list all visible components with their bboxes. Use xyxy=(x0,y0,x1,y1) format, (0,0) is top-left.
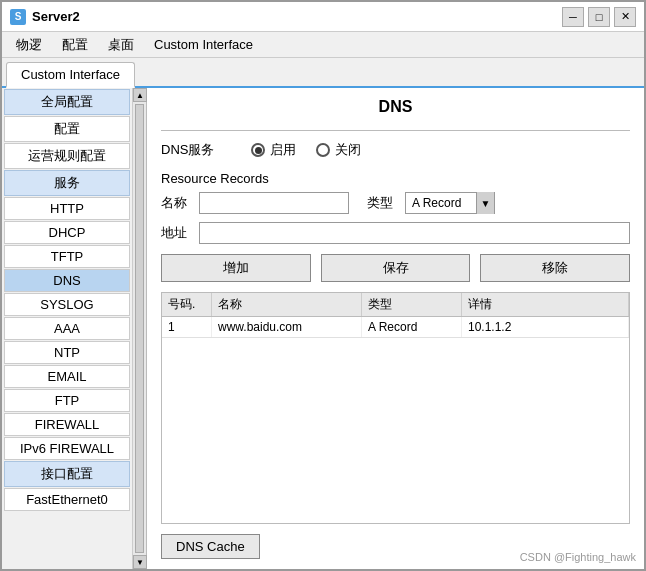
close-button[interactable]: ✕ xyxy=(614,7,636,27)
sidebar-item-peizhi[interactable]: 配置 xyxy=(4,116,130,142)
sidebar-item-dhcp[interactable]: DHCP xyxy=(4,221,130,244)
dns-cache-button[interactable]: DNS Cache xyxy=(161,534,260,559)
col-header-name: 名称 xyxy=(212,293,362,316)
title-bar-controls: ─ □ ✕ xyxy=(562,7,636,27)
sidebar-item-ntp[interactable]: NTP xyxy=(4,341,130,364)
sidebar-wrapper: 全局配置 配置 运营规则配置 服务 HTTP DHCP TFTP DNS SYS… xyxy=(2,88,147,569)
resource-records-label: Resource Records xyxy=(161,171,630,186)
col-header-type: 类型 xyxy=(362,293,462,316)
sidebar-scrollbar[interactable]: ▲ ▼ xyxy=(132,88,146,569)
sidebar-item-firewall[interactable]: FIREWALL xyxy=(4,413,130,436)
radio-enable[interactable]: 启用 xyxy=(251,141,296,159)
app-icon: S xyxy=(10,9,26,25)
sidebar-item-ftp[interactable]: FTP xyxy=(4,389,130,412)
scroll-down-btn[interactable]: ▼ xyxy=(133,555,147,569)
dns-service-label: DNS服务 xyxy=(161,141,231,159)
menu-item-custom-interface[interactable]: Custom Interface xyxy=(144,35,263,54)
menu-item-wuluo[interactable]: 物逻 xyxy=(6,34,52,56)
dns-radio-group: 启用 关闭 xyxy=(251,141,361,159)
cell-no: 1 xyxy=(162,317,212,337)
name-type-row: 名称 类型 A Record ▼ xyxy=(161,192,630,214)
sidebar-category-service: 服务 xyxy=(4,170,130,196)
name-input[interactable] xyxy=(199,192,349,214)
dns-service-row: DNS服务 启用 关闭 xyxy=(161,141,630,159)
sidebar-item-aaa[interactable]: AAA xyxy=(4,317,130,340)
sidebar-item-yunying[interactable]: 运营规则配置 xyxy=(4,143,130,169)
main-window: S Server2 ─ □ ✕ 物逻 配置 桌面 Custom Interfac… xyxy=(0,0,646,571)
table-row[interactable]: 1 www.baidu.com A Record 10.1.1.2 xyxy=(162,317,629,338)
sidebar-item-syslog[interactable]: SYSLOG xyxy=(4,293,130,316)
type-label: 类型 xyxy=(367,194,397,212)
type-select-value: A Record xyxy=(406,192,476,214)
panel-title: DNS xyxy=(161,98,630,116)
title-bar-left: S Server2 xyxy=(10,9,80,25)
menu-bar: 物逻 配置 桌面 Custom Interface xyxy=(2,32,644,58)
records-table: 号码. 名称 类型 详情 1 www.baidu.com A Record 10… xyxy=(161,292,630,524)
sidebar: 全局配置 配置 运营规则配置 服务 HTTP DHCP TFTP DNS SYS… xyxy=(2,88,132,569)
col-header-detail: 详情 xyxy=(462,293,629,316)
menu-item-zhuomian[interactable]: 桌面 xyxy=(98,34,144,56)
sidebar-item-http[interactable]: HTTP xyxy=(4,197,130,220)
tab-custom-interface[interactable]: Custom Interface xyxy=(6,62,135,88)
type-select-arrow[interactable]: ▼ xyxy=(476,192,494,214)
content-area: 全局配置 配置 运营规则配置 服务 HTTP DHCP TFTP DNS SYS… xyxy=(2,88,644,569)
scroll-thumb[interactable] xyxy=(135,104,144,553)
window-title: Server2 xyxy=(32,9,80,24)
address-row: 地址 xyxy=(161,222,630,244)
sidebar-item-fastethernet0[interactable]: FastEthernet0 xyxy=(4,488,130,511)
main-panel: DNS DNS服务 启用 关闭 xyxy=(147,88,644,569)
remove-button[interactable]: 移除 xyxy=(480,254,630,282)
sidebar-item-email[interactable]: EMAIL xyxy=(4,365,130,388)
sidebar-category-global: 全局配置 xyxy=(4,89,130,115)
cell-type: A Record xyxy=(362,317,462,337)
address-label: 地址 xyxy=(161,224,191,242)
name-label: 名称 xyxy=(161,194,191,212)
radio-enable-label: 启用 xyxy=(270,141,296,159)
radio-disable-label: 关闭 xyxy=(335,141,361,159)
menu-item-peizhi[interactable]: 配置 xyxy=(52,34,98,56)
watermark: CSDN @Fighting_hawk xyxy=(520,551,636,563)
minimize-button[interactable]: ─ xyxy=(562,7,584,27)
table-header: 号码. 名称 类型 详情 xyxy=(162,293,629,317)
save-button[interactable]: 保存 xyxy=(321,254,471,282)
address-input[interactable] xyxy=(199,222,630,244)
tab-bar: Custom Interface xyxy=(2,58,644,88)
cell-name: www.baidu.com xyxy=(212,317,362,337)
sidebar-item-dns[interactable]: DNS xyxy=(4,269,130,292)
sidebar-category-interface: 接口配置 xyxy=(4,461,130,487)
radio-disable-circle xyxy=(316,143,330,157)
cell-detail: 10.1.1.2 xyxy=(462,317,629,337)
maximize-button[interactable]: □ xyxy=(588,7,610,27)
radio-disable[interactable]: 关闭 xyxy=(316,141,361,159)
scroll-up-btn[interactable]: ▲ xyxy=(133,88,147,102)
type-select[interactable]: A Record ▼ xyxy=(405,192,495,214)
title-divider xyxy=(161,130,630,131)
sidebar-item-tftp[interactable]: TFTP xyxy=(4,245,130,268)
title-bar: S Server2 ─ □ ✕ xyxy=(2,2,644,32)
sidebar-item-ipv6firewall[interactable]: IPv6 FIREWALL xyxy=(4,437,130,460)
radio-enable-circle xyxy=(251,143,265,157)
action-buttons: 增加 保存 移除 xyxy=(161,254,630,282)
col-header-no: 号码. xyxy=(162,293,212,316)
add-button[interactable]: 增加 xyxy=(161,254,311,282)
